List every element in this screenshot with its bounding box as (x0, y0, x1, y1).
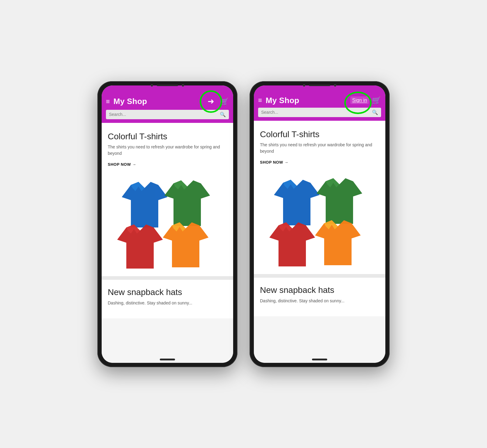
cart-icon-left[interactable]: 🛒 (220, 97, 229, 106)
tshirt-image-right (260, 171, 379, 274)
phone-top-decorations-right (303, 84, 336, 87)
home-button-left[interactable] (160, 359, 175, 360)
speaker-bar-right (309, 85, 330, 86)
section-divider-right (254, 274, 385, 278)
phones-container: ≡ My Shop ➜ 🛒 (97, 81, 390, 367)
svg-marker-12 (269, 222, 315, 266)
section-divider-left (102, 276, 233, 280)
shop-now-button-left[interactable]: SHOP NOW → (108, 162, 136, 167)
tshirt-svg-left (116, 177, 219, 272)
search-bar-left: 🔍 (106, 110, 229, 119)
phone-right: ≡ My Shop Sign in 🛒 🔍 (250, 81, 390, 367)
svg-marker-0 (122, 182, 167, 227)
phone-right-content: Colorful T-shirts The shirts you need to… (254, 121, 385, 363)
svg-marker-8 (274, 180, 320, 225)
sign-in-icon-button-left[interactable]: ➜ (205, 96, 217, 107)
header-actions-right: Sign in 🛒 (350, 96, 381, 105)
phone-left-content: Colorful T-shirts The shirts you need to… (102, 123, 233, 363)
search-input-left[interactable] (109, 112, 218, 117)
svg-marker-6 (163, 222, 208, 267)
hero-title-left: Colorful T-shirts (108, 131, 227, 142)
hero-title-right: Colorful T-shirts (260, 129, 379, 140)
svg-marker-4 (117, 224, 163, 269)
app-title-left: My Shop (114, 97, 201, 106)
sign-in-text-container-right: Sign in (350, 98, 369, 103)
search-button-right[interactable]: 🔍 (372, 109, 378, 115)
camera-dot-right-r (334, 84, 336, 87)
sign-in-text-button-right[interactable]: Sign in (350, 96, 369, 104)
hero-desc-left: The shirts you need to refresh your ward… (108, 144, 227, 157)
bottom-section-right: New snapback hats Dashing, distinctive. … (254, 278, 385, 316)
svg-marker-2 (164, 180, 210, 226)
hero-section-left: Colorful T-shirts The shirts you need to… (102, 123, 233, 276)
search-bar-right: 🔍 (258, 108, 381, 117)
app-title-right: My Shop (266, 96, 347, 105)
phone-left: ≡ My Shop ➜ 🛒 (97, 81, 237, 367)
header-actions-left: ➜ 🛒 (205, 96, 229, 107)
bottom-title-right: New snapback hats (260, 285, 379, 295)
tshirt-image-left (108, 173, 227, 276)
camera-dot-left (151, 84, 153, 87)
phone-left-screen: ≡ My Shop ➜ 🛒 (102, 85, 233, 363)
phone-top-decorations (151, 84, 184, 87)
bottom-desc-left: Dashing, distinctive. Stay shaded on sun… (108, 300, 227, 306)
camera-dot-right-l (303, 84, 305, 87)
app-header-right: ≡ My Shop Sign in 🛒 🔍 (254, 93, 385, 121)
cart-icon-right[interactable]: 🛒 (372, 96, 381, 105)
header-top-right: ≡ My Shop Sign in 🛒 (258, 96, 381, 105)
speaker-bar-left (157, 85, 178, 86)
bottom-desc-right: Dashing, distinctive. Stay shaded on sun… (260, 298, 379, 304)
sign-in-icon-left: ➜ (208, 97, 214, 106)
tshirt-svg-right (268, 175, 371, 269)
hamburger-menu-right[interactable]: ≡ (258, 97, 262, 104)
bottom-title-left: New snapback hats (108, 287, 227, 297)
hero-desc-right: The shirts you need to refresh your ward… (260, 142, 379, 155)
search-input-right[interactable] (261, 110, 370, 115)
search-button-left[interactable]: 🔍 (220, 112, 226, 117)
sign-in-icon-container-left: ➜ (205, 96, 217, 107)
bottom-section-left: New snapback hats Dashing, distinctive. … (102, 280, 233, 318)
home-button-right[interactable] (312, 359, 327, 360)
hamburger-menu-left[interactable]: ≡ (106, 98, 110, 105)
svg-marker-14 (315, 220, 361, 265)
header-top-left: ≡ My Shop ➜ 🛒 (106, 96, 229, 107)
phone-right-screen: ≡ My Shop Sign in 🛒 🔍 (254, 85, 385, 363)
hero-section-right: Colorful T-shirts The shirts you need to… (254, 121, 385, 274)
app-header-left: ≡ My Shop ➜ 🛒 (102, 93, 233, 123)
svg-marker-10 (317, 178, 362, 224)
camera-dot-right (182, 84, 184, 87)
shop-now-button-right[interactable]: SHOP NOW → (260, 160, 289, 165)
